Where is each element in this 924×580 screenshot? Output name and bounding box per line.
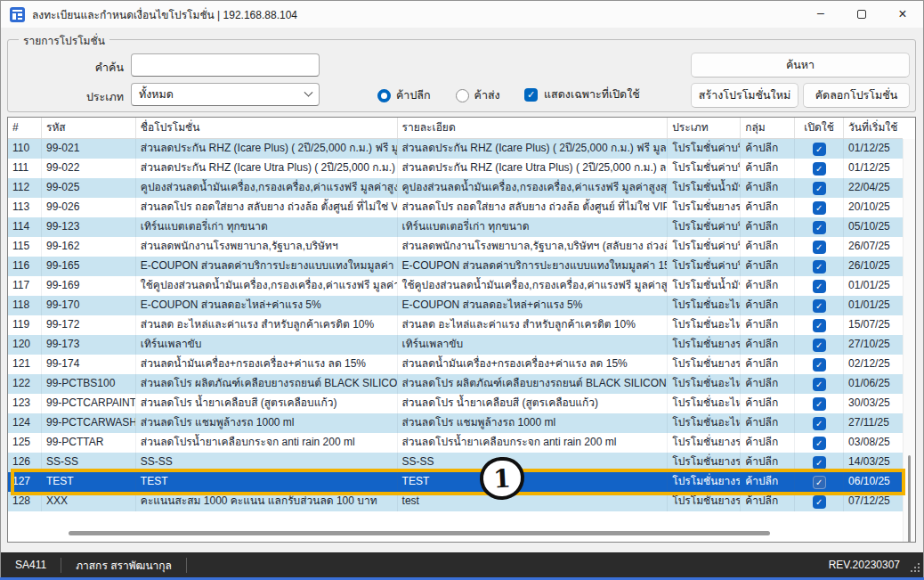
enabled-checkbox[interactable]: ✓ <box>813 339 826 352</box>
cell-start-date: 07/12/25 <box>844 492 903 511</box>
copy-promotion-button[interactable]: คัดลอกโปรโมชั่น <box>803 83 910 108</box>
retail-radio[interactable] <box>377 89 391 102</box>
table-row[interactable]: 126 SS-SS SS-SS SS-SS โปรโมชั่นยางรถยนต์… <box>8 453 903 472</box>
horizontal-scrollbar-thumb[interactable] <box>69 531 770 535</box>
enabled-checkbox[interactable]: ✓ <box>813 495 826 509</box>
table-row[interactable]: 117 99-169 ใช้คูปองส่วนลดน้ำมันเครื่อง,ก… <box>8 276 903 296</box>
cell-code: 99-021 <box>42 139 136 159</box>
cell-enabled: ✓ <box>795 413 844 433</box>
vertical-scrollbar[interactable] <box>903 139 915 542</box>
table-row[interactable]: 110 99-021 ส่วนลดประกัน RHZ (Icare Plus)… <box>8 139 903 159</box>
table-row[interactable]: 112 99-025 คูปองส่วนลดน้ำมันเครื่อง,กรอง… <box>8 178 903 198</box>
enabled-checkbox[interactable]: ✓ <box>813 437 826 450</box>
vertical-scrollbar-thumb[interactable] <box>908 455 911 543</box>
cell-type: โปรโมชั่นค่าบริการ <box>668 159 741 178</box>
enabled-checkbox[interactable]: ✓ <box>813 162 826 176</box>
cell-type: โปรโมชั่นค่าบริการ <box>668 257 741 276</box>
cell-code: 99-PCTTAR <box>42 433 136 453</box>
table-row[interactable]: 127 TEST TEST TEST โปรโมชั่นยางรถยนต์ ค้… <box>8 472 903 492</box>
enabled-checkbox[interactable]: ✓ <box>813 241 826 254</box>
table-row[interactable]: 123 99-PCTCARPAINT ส่วนลดโปร น้ำยาเคลือบ… <box>8 394 903 413</box>
column-header-group[interactable]: กลุ่ม <box>741 118 795 138</box>
column-header-name[interactable]: ชื่อโปรโมชั่น <box>136 118 398 138</box>
cell-start-date: 22/04/25 <box>844 178 903 198</box>
cell-name: คูปองส่วนลดน้ำมันเครื่อง,กรองเครื่อง,ค่า… <box>136 178 398 198</box>
keyword-label: คำค้น <box>49 59 124 77</box>
keyword-input[interactable] <box>131 53 320 77</box>
cell-enabled: ✓ <box>795 355 844 374</box>
table-row[interactable]: 124 99-PCTCARWASH ส่วนลดโปร แชมพูล้างรถ … <box>8 413 903 433</box>
cell-enabled: ✓ <box>795 296 844 315</box>
cell-group: ค้าปลีก <box>741 159 795 178</box>
enabled-checkbox[interactable]: ✓ <box>813 378 826 391</box>
search-button[interactable]: ค้นหา <box>691 53 910 78</box>
active-only-checkbox[interactable]: ✓ <box>524 88 538 102</box>
table-row[interactable]: 113 99-026 ส่วนลดโปร ถอดใส่ยาง สลับยาง ถ… <box>8 198 903 217</box>
cell-code: TEST <box>42 472 136 492</box>
enabled-checkbox[interactable]: ✓ <box>813 358 826 372</box>
table-row[interactable]: 120 99-173 เทิร์นเพลาขับ เทิร์นเพลาขับ โ… <box>8 335 903 355</box>
cell-type: โปรโมชั่นอะไหล่,ซ... <box>668 315 741 335</box>
cell-enabled: ✓ <box>795 198 844 217</box>
cell-enabled: ✓ <box>795 492 844 511</box>
cell-detail: ส่วนลดโปร น้ำยาเคลือบสี (สูตรเคลือบแก้ว) <box>398 394 669 413</box>
minimize-button[interactable]: – <box>800 1 841 28</box>
close-button[interactable]: × <box>882 1 923 28</box>
enabled-checkbox[interactable]: ✓ <box>813 280 826 293</box>
table-row[interactable]: 122 99-PCTBS100 ส่วนลดโปร ผลิตภัณฑ์เคลือ… <box>8 374 903 394</box>
enabled-checkbox[interactable]: ✓ <box>813 456 826 470</box>
cell-group: ค้าปลีก <box>741 178 795 198</box>
column-header-code[interactable]: รหัส <box>42 118 136 138</box>
cell-detail: TEST <box>398 472 669 492</box>
enabled-checkbox[interactable]: ✓ <box>813 476 826 489</box>
enabled-checkbox[interactable]: ✓ <box>813 182 826 195</box>
enabled-checkbox[interactable]: ✓ <box>813 417 826 430</box>
cell-name: ส่วนลด อะไหล่และค่าแรง สำหรับลูกค้าเครดิ… <box>136 315 398 335</box>
cell-start-date: 06/10/25 <box>844 472 903 492</box>
cell-start-date: 05/10/25 <box>844 217 903 237</box>
column-header-type[interactable]: ประเภท <box>668 118 741 138</box>
table-row[interactable]: 115 99-162 ส่วนลดพนักงานโรงพยาบาล,รัฐบาล… <box>8 237 903 257</box>
cell-group: ค้าปลีก <box>741 492 795 511</box>
column-header-start-date[interactable]: วันที่เริ่มใช้ <box>844 118 903 138</box>
table-row[interactable]: 118 99-170 E-COUPON ส่วนลดอะไหล่+ค่าแรง … <box>8 296 903 315</box>
table-row[interactable]: 116 99-165 E-COUPON ส่วนลดค่าบริการปะยาง… <box>8 257 903 276</box>
resize-grip-icon[interactable] <box>910 562 920 572</box>
table-row[interactable]: 119 99-172 ส่วนลด อะไหล่และค่าแรง สำหรับ… <box>8 315 903 335</box>
app-icon <box>10 7 25 22</box>
enabled-checkbox[interactable]: ✓ <box>813 143 826 156</box>
cell-code: 99-PCTCARWASH <box>42 413 136 433</box>
user-name: ภาสกร สราพัฒนากุล <box>61 557 186 574</box>
cell-group: ค้าปลีก <box>741 472 795 492</box>
create-promotion-button[interactable]: สร้างโปรโมชั่นใหม่ <box>691 83 798 108</box>
table-row[interactable]: 114 99-123 เทิร์นแบตเตอรี่เก่า ทุกขนาด เ… <box>8 217 903 237</box>
column-header-index[interactable]: # <box>8 118 42 138</box>
table-row[interactable]: 111 99-022 ส่วนลดประกัน RHZ (Icare Utra … <box>8 159 903 178</box>
enabled-checkbox[interactable]: ✓ <box>813 397 826 411</box>
cell-code: XXX <box>42 492 136 511</box>
enabled-checkbox[interactable]: ✓ <box>813 319 826 332</box>
type-label: ประเภท <box>49 88 124 106</box>
enabled-checkbox[interactable]: ✓ <box>813 221 826 234</box>
cell-code: 99-PCTBS100 <box>42 374 136 394</box>
wholesale-radio[interactable] <box>456 89 469 102</box>
cell-type: โปรโมชั่นอะไหล่,ซ... <box>668 296 741 315</box>
enabled-checkbox[interactable]: ✓ <box>813 260 826 274</box>
cell-name: ส่วนลดโปร ผลิตภัณฑ์เคลือบยางรถยนต์ BLACK… <box>136 374 398 394</box>
cell-row-number: 113 <box>8 198 42 217</box>
cell-code: 99-169 <box>42 276 136 296</box>
table-row[interactable]: 125 99-PCTTAR ส่วนลดโปรน้ำยาเคลือบกระจก … <box>8 433 903 453</box>
cell-enabled: ✓ <box>795 433 844 453</box>
channel-radio-group: ค้าปลีก ค้าส่ง <box>377 85 520 106</box>
column-header-enabled[interactable]: เปิดใช้ <box>795 118 844 138</box>
enabled-checkbox[interactable]: ✓ <box>813 299 826 313</box>
cell-code: 99-165 <box>42 257 136 276</box>
table-row[interactable]: 128 XXX คะแนนสะสม 1000 คะแนน แลกรับส่วนล… <box>8 492 903 511</box>
cell-group: ค้าปลีก <box>741 355 795 374</box>
column-header-detail[interactable]: รายละเอียด <box>398 118 669 138</box>
maximize-button[interactable] <box>841 1 882 28</box>
cell-type: โปรโมชั่นยางรถยนต์ <box>668 198 741 217</box>
enabled-checkbox[interactable]: ✓ <box>813 201 826 215</box>
type-dropdown[interactable]: ทั้งหมด <box>131 83 320 106</box>
table-row[interactable]: 121 99-174 ส่วนลดน้ำมันเครื่อง+กรองเครื่… <box>8 355 903 374</box>
